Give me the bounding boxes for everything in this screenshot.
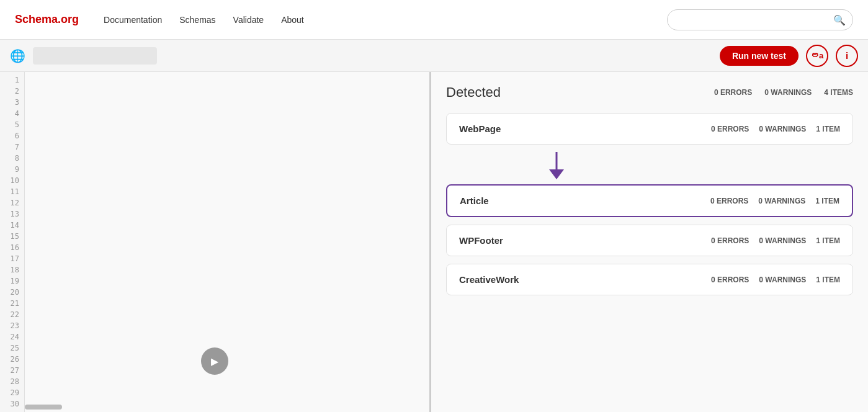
line-number: 3	[0, 97, 19, 108]
line-number: 13	[0, 208, 19, 220]
line-number: 11	[0, 186, 19, 197]
webpage-errors: 0 ERRORS	[711, 125, 749, 133]
webpage-warnings: 0 WARNINGS	[759, 125, 806, 133]
results-panel: Detected 0 ERRORS 0 WARNINGS 4 ITEMS Web…	[431, 72, 868, 412]
globe-icon[interactable]: 🌐	[10, 48, 25, 63]
schema-stats: 0 ERRORS 0 WARNINGS 1 ITEM	[711, 125, 840, 133]
schema-card-creativework[interactable]: CreativeWork 0 ERRORS 0 WARNINGS 1 ITEM	[446, 264, 853, 295]
schema-name: WebPage	[459, 123, 711, 134]
line-number: 16	[0, 242, 19, 253]
line-number: 5	[0, 119, 19, 130]
schema-name: Article	[460, 195, 710, 206]
line-number: 31	[0, 410, 19, 412]
nav-links: Documentation Schemas Validate About	[104, 15, 667, 25]
toolbar-right: Run new test అa i	[720, 45, 858, 67]
main-content: 1 2 3 4 5 6 7 8 9 10 11 12 13 14 15 16 1…	[0, 72, 868, 412]
line-numbers: 1 2 3 4 5 6 7 8 9 10 11 12 13 14 15 16 1…	[0, 72, 25, 412]
line-number: 4	[0, 108, 19, 119]
wpfooter-errors: 0 ERRORS	[711, 236, 749, 245]
search-input[interactable]	[667, 9, 853, 30]
line-number: 15	[0, 231, 19, 242]
nav-link-documentation[interactable]: Documentation	[104, 15, 162, 25]
total-warnings-stat: 0 WARNINGS	[764, 88, 812, 97]
line-number: 18	[0, 264, 19, 275]
article-warnings: 0 WARNINGS	[758, 197, 805, 205]
schema-stats: 0 ERRORS 0 WARNINGS 1 ITEM	[711, 275, 840, 284]
schema-name: CreativeWork	[459, 274, 711, 285]
schema-stats: 0 ERRORS 0 WARNINGS 1 ITEM	[710, 197, 839, 205]
line-number: 8	[0, 153, 19, 164]
wpfooter-warnings: 0 WARNINGS	[759, 236, 806, 245]
schema-card-wpfooter[interactable]: WPFooter 0 ERRORS 0 WARNINGS 1 ITEM	[446, 225, 853, 256]
logo[interactable]: Schema.org	[15, 13, 79, 26]
line-number: 26	[0, 354, 19, 365]
total-items-stat: 4 ITEMS	[824, 88, 853, 97]
nav-link-validate[interactable]: Validate	[233, 15, 264, 25]
line-number: 25	[0, 343, 19, 354]
down-arrow-icon	[547, 152, 566, 182]
line-number: 6	[0, 130, 19, 141]
line-number: 24	[0, 331, 19, 343]
play-button[interactable]: ▶	[201, 347, 228, 375]
line-number: 23	[0, 320, 19, 331]
language-button[interactable]: అa	[806, 45, 828, 67]
line-number: 27	[0, 365, 19, 376]
results-title: Detected	[446, 84, 714, 101]
results-header: Detected 0 ERRORS 0 WARNINGS 4 ITEMS	[446, 84, 853, 101]
line-number: 12	[0, 197, 19, 208]
creativework-warnings: 0 WARNINGS	[759, 275, 806, 284]
line-number: 29	[0, 387, 19, 398]
line-number: 22	[0, 309, 19, 320]
webpage-items: 1 ITEM	[816, 125, 840, 133]
search-icon[interactable]: 🔍	[833, 14, 846, 25]
svg-marker-1	[549, 169, 564, 179]
info-button[interactable]: i	[836, 45, 858, 67]
arrow-container	[431, 152, 853, 182]
schema-stats: 0 ERRORS 0 WARNINGS 1 ITEM	[711, 236, 840, 245]
line-number: 28	[0, 376, 19, 387]
creativework-errors: 0 ERRORS	[711, 275, 749, 284]
horizontal-scrollbar[interactable]	[25, 405, 62, 410]
nav-link-schemas[interactable]: Schemas	[179, 15, 215, 25]
schema-card-webpage[interactable]: WebPage 0 ERRORS 0 WARNINGS 1 ITEM	[446, 113, 853, 145]
line-number: 30	[0, 398, 19, 410]
article-errors: 0 ERRORS	[710, 197, 748, 205]
url-bar	[33, 47, 157, 65]
wpfooter-items: 1 ITEM	[816, 236, 840, 245]
line-number: 1	[0, 74, 19, 86]
code-panel: 1 2 3 4 5 6 7 8 9 10 11 12 13 14 15 16 1…	[0, 72, 431, 412]
toolbar: 🌐 Run new test అa i	[0, 40, 868, 72]
top-nav: Schema.org Documentation Schemas Validat…	[0, 0, 868, 40]
search-container: 🔍	[667, 9, 853, 30]
article-items: 1 ITEM	[815, 197, 839, 205]
line-number: 7	[0, 141, 19, 153]
creativework-items: 1 ITEM	[816, 275, 840, 284]
run-new-test-button[interactable]: Run new test	[720, 46, 799, 66]
results-stats: 0 ERRORS 0 WARNINGS 4 ITEMS	[714, 88, 853, 97]
line-number: 20	[0, 287, 19, 298]
line-number: 19	[0, 275, 19, 287]
line-number: 2	[0, 86, 19, 97]
line-number: 10	[0, 175, 19, 186]
line-number: 9	[0, 164, 19, 175]
line-number: 14	[0, 220, 19, 231]
nav-link-about[interactable]: About	[281, 15, 304, 25]
line-number: 17	[0, 253, 19, 264]
line-number: 21	[0, 298, 19, 309]
schema-name: WPFooter	[459, 235, 711, 246]
total-errors-stat: 0 ERRORS	[714, 88, 752, 97]
schema-card-article[interactable]: Article 0 ERRORS 0 WARNINGS 1 ITEM	[446, 184, 853, 217]
